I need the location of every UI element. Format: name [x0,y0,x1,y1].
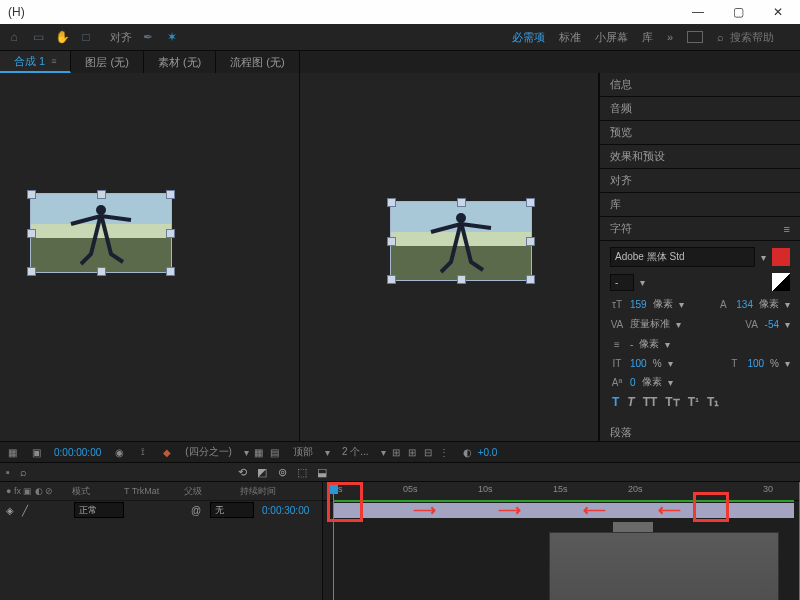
snap-label[interactable]: 对齐 [110,30,132,45]
view2-icon[interactable]: ⊞ [406,446,418,458]
work-area-bar[interactable] [333,500,794,502]
top-toolbar: ⌂ ▭ ✋ □ 对齐 ✒ ✶ 必需项 标准 小屏幕 库 » ⌕ [0,24,800,51]
faux-italic-button[interactable]: T [625,395,636,409]
snap-icon[interactable]: ✶ [164,29,180,45]
selection-tool-icon[interactable]: ▭ [30,29,46,45]
active-camera[interactable]: 顶部 [287,445,319,459]
fill-color-swatch[interactable] [772,248,790,266]
faux-bold-button[interactable]: T [610,395,621,409]
timeline-layer-row[interactable]: ◈ ╱ 正常 @ 无 0:00:30:00 [0,500,322,519]
view3-icon[interactable]: ⊟ [422,446,434,458]
window-close[interactable]: ✕ [758,0,798,24]
home-icon[interactable]: ⌂ [6,29,22,45]
tracking-icon: VA [745,318,759,330]
workspace-essentials[interactable]: 必需项 [512,30,545,45]
layer-bounding-box-2[interactable] [390,201,532,281]
tab-flowchart[interactable]: 流程图 (无) [216,51,299,73]
current-time[interactable]: 0:00:00:00 [48,447,107,458]
search-input[interactable] [728,30,792,44]
view1-icon[interactable]: ⊞ [390,446,402,458]
hand-tool-icon[interactable]: ✋ [54,29,70,45]
panel-effects[interactable]: 效果和预设 [600,145,800,169]
window-maximize[interactable]: ▢ [718,0,758,24]
panel-align[interactable]: 对齐 [600,169,800,193]
superscript-button[interactable]: T¹ [686,395,701,409]
snapshot-icon[interactable]: ◉ [113,446,125,458]
clip-segment[interactable] [613,522,653,532]
stroke-color-swatch[interactable] [772,273,790,291]
timeline-track-area[interactable]: 0s 05s 10s 15s 20s 30 ⟶ ⟶ ⟵ ⟵ [323,482,800,600]
layer-switch-icon[interactable]: ◩ [256,466,268,478]
layer-bounding-box[interactable] [30,193,172,273]
frame-blend-icon[interactable]: ⬓ [316,466,328,478]
time-ruler[interactable]: 0s 05s 10s 15s 20s 30 [323,482,800,501]
view4-icon[interactable]: ⋮ [438,446,450,458]
parent-pickwhip-icon[interactable]: @ [190,504,202,516]
layer-clip-bar[interactable] [333,503,794,518]
workspace-libraries[interactable]: 库 [642,30,653,45]
view-count[interactable]: 2 个... [336,445,375,459]
mask-icon[interactable]: ◆ [161,446,173,458]
tab-menu-icon[interactable]: ≡ [51,56,56,66]
panel-libraries[interactable]: 库 [600,193,800,217]
hscale-value[interactable]: 100 [747,358,764,369]
shy-icon[interactable]: ⟲ [236,466,248,478]
allcaps-button[interactable]: TT [641,395,660,409]
graph-icon[interactable]: ⬚ [296,466,308,478]
panel-info[interactable]: 信息 [600,73,800,97]
exposure-icon[interactable]: ◐ [462,446,474,458]
pen-tool-icon[interactable]: ✒ [140,29,156,45]
chevron-down-icon[interactable]: ▾ [761,252,766,263]
chevron-down-icon[interactable]: ▾ [640,277,645,288]
kerning-icon: VA [610,318,624,330]
font-style-select[interactable]: - [610,274,634,291]
grid-icon[interactable]: ▦ [6,446,18,458]
font-family-select[interactable]: Adobe 黑体 Std [610,247,755,267]
region-icon[interactable]: ⟟ [137,446,149,458]
guides-icon[interactable]: ▤ [269,446,281,458]
transparency-icon[interactable]: ▦ [253,446,265,458]
exposure-value[interactable]: +0.0 [478,447,498,458]
composition-viewer-left[interactable] [0,73,300,441]
unit-label: 像素 [639,337,659,351]
panel-audio[interactable]: 音频 [600,97,800,121]
tab-footage[interactable]: 素材 (无) [144,51,216,73]
subscript-button[interactable]: T₁ [705,395,721,409]
composition-viewer-right[interactable] [300,73,600,441]
vscale-value[interactable]: 100 [630,358,647,369]
workspace-reset-icon[interactable] [687,31,703,43]
panel-menu-icon[interactable]: ≡ [784,223,790,235]
font-size-value[interactable]: 159 [630,299,647,310]
rect-tool-icon[interactable]: □ [78,29,94,45]
search-icon: ⌕ [717,31,724,43]
help-search[interactable]: ⌕ [717,30,792,44]
kerning-metrics[interactable]: 度量标准 [630,317,670,331]
motion-blur-icon[interactable]: ⊚ [276,466,288,478]
current-time-indicator[interactable] [333,482,334,600]
resolution-select[interactable]: (四分之一) [179,445,238,459]
leading-value[interactable]: 134 [736,299,753,310]
workspace-more[interactable]: » [667,31,673,43]
parent-select[interactable]: 无 [210,502,254,518]
blend-mode-select[interactable]: 正常 [74,502,124,518]
layer-duration[interactable]: 0:00:30:00 [262,505,309,516]
search-icon[interactable]: ⌕ [18,466,30,478]
channel-icon[interactable]: ▣ [30,446,42,458]
timeline-layer-list: ● fx ▣ ◐ ⊘ 模式 T TrkMat 父级 持续时间 ◈ ╱ 正常 @ … [0,482,323,600]
smallcaps-button[interactable]: Tᴛ [663,395,681,409]
workspace-smallscreen[interactable]: 小屏幕 [595,30,628,45]
tracking-value[interactable]: -54 [765,319,779,330]
stroke-width-icon: ≡ [610,338,624,350]
panel-preview[interactable]: 预览 [600,121,800,145]
workspace-standard[interactable]: 标准 [559,30,581,45]
window-minimize[interactable]: — [678,0,718,24]
panel-paragraph[interactable]: 段落 [600,421,800,441]
col-duration: 持续时间 [240,485,276,498]
annotation-arrow-right: ⟶ [413,500,436,519]
panel-character-header[interactable]: 字符 ≡ [600,217,800,241]
tab-layers[interactable]: 图层 (无) [71,51,143,73]
window-titlebar: (H) — ▢ ✕ [0,0,800,24]
tab-composition[interactable]: 合成 1 ≡ [0,51,71,73]
menu-help[interactable]: (H) [2,5,25,19]
baseline-value[interactable]: 0 [630,377,636,388]
